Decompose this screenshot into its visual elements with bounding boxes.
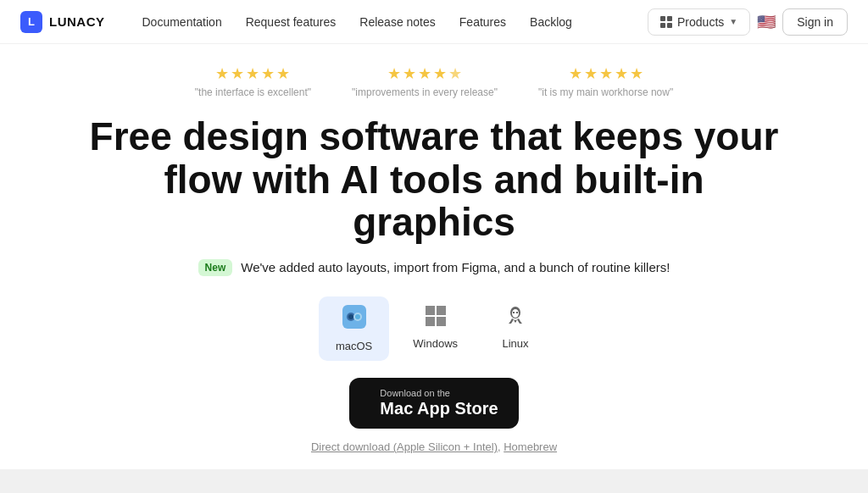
platform-tab-linux[interactable]: Linux (481, 296, 549, 361)
badge-text: We've added auto layouts, import from Fi… (241, 260, 670, 274)
review-2: ★ ★ ★ ★ ★ "improvements in every release… (352, 64, 498, 98)
star-icon: ★ (261, 64, 275, 83)
main-content: ★ ★ ★ ★ ★ "the interface is excellent" ★… (0, 44, 868, 453)
release-notes-link[interactable]: Release notes (349, 8, 446, 36)
reviews-row: ★ ★ ★ ★ ★ "the interface is excellent" ★… (195, 64, 673, 98)
star-icon: ★ (246, 64, 259, 83)
windows-icon (425, 305, 447, 332)
macos-label: macOS (336, 340, 372, 352)
svg-rect-5 (426, 306, 435, 315)
review-quote-1: "the interface is excellent" (195, 86, 311, 98)
direct-download-link[interactable]: Direct download (Apple Silicon + Intel) (311, 440, 498, 453)
star-icon: ★ (215, 64, 229, 83)
chevron-down-icon: ▼ (729, 17, 737, 26)
platform-tabs: macOS Windows (319, 296, 549, 361)
direct-download-links: Direct download (Apple Silicon + Intel),… (311, 440, 557, 453)
grid-icon (660, 16, 672, 28)
stars-2: ★ ★ ★ ★ ★ (387, 64, 462, 83)
svg-rect-8 (437, 317, 446, 326)
main-headline: Free design software that keeps your flo… (86, 115, 782, 244)
star-icon: ★ (584, 64, 598, 83)
svg-point-12 (516, 312, 518, 313)
star-icon: ★ (630, 64, 643, 83)
star-icon: ★ (569, 64, 582, 83)
star-icon: ★ (615, 64, 628, 83)
navbar: L LUNACY Documentation Request features … (0, 0, 868, 44)
svg-point-4 (355, 314, 360, 319)
linux-label: Linux (503, 337, 529, 350)
svg-rect-7 (426, 317, 435, 326)
star-icon: ★ (433, 64, 447, 83)
platform-tab-windows[interactable]: Windows (396, 296, 475, 361)
footer-bar (0, 469, 868, 493)
badge-line: New We've added auto layouts, import fro… (198, 259, 670, 276)
homebrew-link[interactable]: Homebrew (504, 440, 557, 453)
app-store-text: Download on the Mac App Store (380, 388, 498, 418)
platform-tab-macos[interactable]: macOS (319, 296, 389, 361)
backlog-link[interactable]: Backlog (520, 8, 582, 36)
app-store-small-text: Download on the (380, 388, 498, 398)
macos-icon (342, 305, 366, 335)
review-3: ★ ★ ★ ★ ★ "it is my main workhorse now" (538, 64, 673, 98)
windows-label: Windows (413, 337, 458, 350)
mac-app-store-button[interactable]: Download on the Mac App Store (349, 378, 518, 429)
stars-1: ★ ★ ★ ★ ★ (215, 64, 290, 83)
review-quote-2: "improvements in every release" (352, 86, 498, 98)
features-link[interactable]: Features (449, 8, 516, 36)
star-icon: ★ (599, 64, 613, 83)
svg-rect-6 (437, 306, 446, 315)
star-icon: ★ (276, 64, 290, 83)
svg-point-3 (348, 314, 353, 319)
linux-icon (504, 305, 526, 332)
products-button[interactable]: Products ▼ (648, 8, 750, 36)
signin-button[interactable]: Sign in (782, 8, 848, 36)
language-flag-icon[interactable]: 🇺🇸 (757, 13, 776, 31)
star-half-icon: ★ (448, 64, 462, 83)
nav-links: Documentation Request features Release n… (132, 8, 648, 36)
review-1: ★ ★ ★ ★ ★ "the interface is excellent" (195, 64, 311, 98)
logo[interactable]: L LUNACY (20, 11, 105, 33)
app-store-large-text: Mac App Store (380, 398, 498, 418)
documentation-link[interactable]: Documentation (132, 8, 232, 36)
new-badge: New (198, 259, 233, 276)
logo-text: LUNACY (49, 14, 105, 29)
star-icon: ★ (231, 64, 244, 83)
svg-point-11 (513, 312, 515, 313)
logo-icon: L (20, 11, 42, 33)
svg-point-10 (512, 309, 519, 318)
stars-3: ★ ★ ★ ★ ★ (569, 64, 643, 83)
star-icon: ★ (403, 64, 416, 83)
nav-right: Products ▼ 🇺🇸 Sign in (648, 8, 848, 36)
star-icon: ★ (387, 64, 401, 83)
review-quote-3: "it is my main workhorse now" (538, 86, 673, 98)
request-features-link[interactable]: Request features (236, 8, 347, 36)
star-icon: ★ (418, 64, 431, 83)
